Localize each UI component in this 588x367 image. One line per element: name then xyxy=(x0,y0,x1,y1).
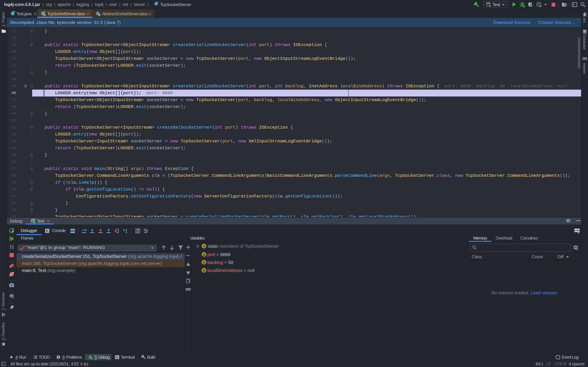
svg-text:p: p xyxy=(203,260,205,264)
svg-text:p: p xyxy=(203,252,205,257)
svg-text:p: p xyxy=(203,268,205,273)
svg-text:C: C xyxy=(12,12,14,15)
svg-text:s: s xyxy=(203,244,205,248)
svg-text:C: C xyxy=(97,12,99,15)
svg-text:C: C xyxy=(42,12,44,15)
svg-text:C: C xyxy=(155,2,157,5)
